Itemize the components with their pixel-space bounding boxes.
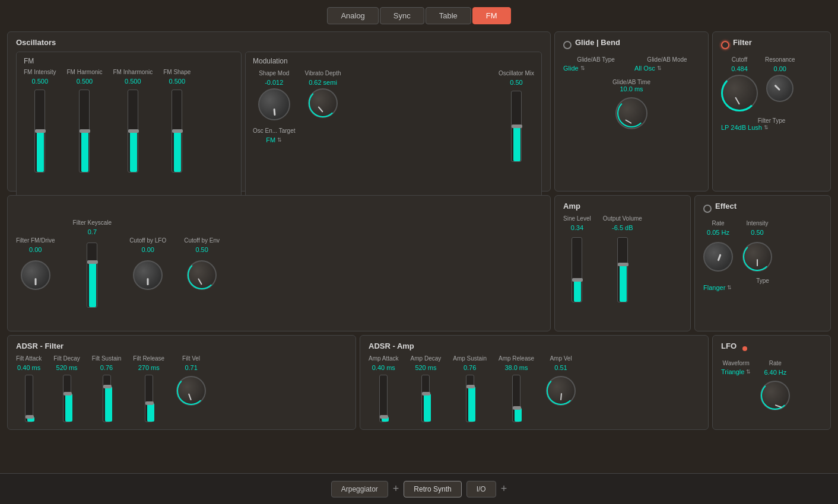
effect-type-value[interactable]: Flanger ⇅	[703, 284, 822, 291]
filt-attack-value: 0.40 ms	[17, 364, 40, 371]
arpeggiator-button[interactable]: Arpeggiator	[331, 481, 388, 497]
lfo-waveform-label: Waveform	[721, 360, 751, 366]
filter-type-value[interactable]: LP 24dB Lush ⇅	[721, 124, 822, 131]
effect-section: Effect Rate 0.05 Hz Intensity 0.50	[694, 195, 831, 331]
effect-power-icon[interactable]	[703, 205, 712, 213]
vibrato-depth-knob[interactable]	[308, 88, 338, 118]
output-volume-slider[interactable]	[617, 237, 628, 302]
amp-decay-slider[interactable]	[421, 375, 430, 422]
filt-attack-slider[interactable]	[25, 375, 33, 422]
adsr-filter-title: ADSR - Filter	[16, 342, 347, 350]
sine-level-value: 0.34	[571, 224, 583, 231]
glide-header: Glide | Bend	[563, 38, 700, 52]
filt-sustain-slider[interactable]	[103, 375, 111, 422]
glide-mode-value[interactable]: All Osc ⇅	[634, 65, 700, 72]
amp-attack-group: Amp Attack 0.40 ms	[369, 355, 399, 422]
amp-release-slider[interactable]	[512, 375, 520, 422]
filter-type-group: Filter Type LP 24dB Lush ⇅	[721, 117, 822, 131]
shape-mod-value: -0.012	[265, 79, 283, 86]
fm-sliders: FM Intensity 0.500 FM Harmonic 0.500	[24, 69, 234, 193]
glide-type-value[interactable]: Glide ⇅	[563, 65, 628, 72]
lfo-rate-knob[interactable]	[760, 381, 790, 410]
filter-fm-drive-label: Filter FM/Drive	[16, 237, 55, 244]
amp-sustain-slider[interactable]	[466, 375, 474, 422]
glide-grid: Glide/AB Type Glide ⇅ Glide/AB Mode All …	[563, 56, 700, 72]
filter-type-chevron: ⇅	[764, 125, 769, 130]
tab-table[interactable]: Table	[426, 7, 471, 24]
resonance-knob[interactable]	[766, 75, 793, 102]
add-plugin-button-1[interactable]: +	[393, 483, 399, 495]
lfo-waveform-value[interactable]: Triangle ⇅	[721, 368, 751, 375]
cutoff-knob[interactable]	[721, 75, 758, 111]
io-button[interactable]: I/O	[466, 481, 496, 497]
filt-decay-group: Filt Decay 520 ms	[53, 355, 80, 422]
sine-level-slider[interactable]	[572, 237, 582, 302]
osc-env-chevron: ⇅	[277, 137, 282, 143]
vibrato-depth-label: Vibrato Depth	[305, 70, 341, 76]
filt-decay-slider[interactable]	[63, 375, 71, 422]
oscillators-inner: FM FM Intensity 0.500 FM Harmonic	[16, 52, 542, 199]
glide-time-knob[interactable]	[615, 97, 647, 129]
adsr-amp-controls: Amp Attack 0.40 ms Amp Decay 520 ms	[369, 355, 700, 422]
amp-controls: Sine Level 0.34 Output Volume -6.5 dB	[563, 215, 682, 302]
cutoff-env-knob[interactable]	[187, 260, 217, 290]
filt-decay-label: Filt Decay	[53, 355, 80, 362]
add-plugin-button-2[interactable]: +	[501, 483, 507, 495]
cutoff-label: Cutoff	[732, 56, 748, 63]
filter-header: Filter	[721, 38, 822, 52]
effect-rate-group: Rate 0.05 Hz	[703, 220, 733, 272]
fm-intensity-label: FM Intensity	[24, 69, 56, 75]
effect-type-label: Type	[703, 277, 822, 284]
filter-power-icon[interactable]	[721, 41, 729, 49]
shape-mod-knob[interactable]	[258, 88, 290, 120]
filter-keyscale-slider[interactable]	[87, 243, 97, 308]
effect-rate-value: 0.05 Hz	[707, 229, 729, 236]
amp-vel-knob[interactable]	[546, 376, 576, 406]
effect-intensity-knob[interactable]	[742, 242, 772, 272]
fm-shape-slider[interactable]	[172, 90, 182, 173]
oscillators-section: Oscillators FM FM Intensity 0.500	[7, 31, 551, 192]
effect-rate-label: Rate	[712, 220, 724, 227]
amp-decay-value: 520 ms	[415, 364, 436, 371]
fm-inharmonic-slider[interactable]	[128, 90, 138, 173]
amp-vel-value: 0.51	[554, 364, 567, 371]
osc-env-value[interactable]: FM ⇅	[266, 136, 282, 143]
fm-harmonic-slider[interactable]	[79, 90, 90, 173]
glide-power-icon[interactable]	[563, 41, 572, 49]
filt-vel-knob[interactable]	[176, 376, 206, 406]
amp-vel-group: Amp Vel 0.51	[546, 355, 576, 406]
osc-mix-slider[interactable]	[511, 91, 522, 162]
glide-section: Glide | Bend Glide/AB Type Glide ⇅ Glide…	[554, 31, 709, 192]
effect-rate-knob[interactable]	[703, 242, 733, 272]
fm-harmonic-label: FM Harmonic	[66, 69, 102, 75]
lfo-section: LFO Waveform Triangle ⇅ Rate 6.40 Hz	[712, 335, 831, 430]
output-volume-group: Output Volume -6.5 dB	[603, 215, 642, 302]
glide-mode-chevron: ⇅	[657, 65, 662, 71]
fm-inharmonic-value: 0.500	[125, 78, 141, 85]
amp-title: Amp	[563, 202, 682, 210]
filter-keyscale-group: Filter Keyscale 0.7	[73, 219, 112, 308]
glide-mode-group: Glide/AB Mode All Osc ⇅	[634, 56, 700, 72]
cutoff-lfo-knob[interactable]	[133, 260, 163, 290]
tab-analog[interactable]: Analog	[327, 7, 378, 24]
cutoff-env-label: Cutoff by Env	[184, 237, 220, 244]
tab-fm[interactable]: FM	[472, 7, 511, 24]
effect-type-group: Type Flanger ⇅	[703, 277, 822, 291]
glide-title: Glide | Bend	[575, 38, 620, 47]
lfo-active-dot	[742, 346, 747, 351]
retro-synth-button[interactable]: Retro Synth	[404, 481, 461, 497]
amp-sustain-label: Amp Sustain	[453, 355, 487, 362]
filt-release-label: Filt Release	[133, 355, 164, 362]
filter-fm-drive-knob[interactable]	[21, 260, 50, 290]
glide-time-group: Glide/AB Time 10.0 ms	[563, 79, 700, 129]
bottom-bar: Arpeggiator + Retro Synth I/O +	[0, 473, 838, 504]
fm-shape-value: 0.500	[169, 78, 185, 85]
amp-attack-slider[interactable]	[379, 375, 388, 422]
filt-release-slider[interactable]	[145, 375, 153, 422]
filter-fm-drive-group: Filter FM/Drive 0.00	[16, 237, 55, 290]
filt-release-value: 270 ms	[138, 364, 160, 371]
amp-release-label: Amp Release	[499, 355, 534, 362]
output-volume-value: -6.5 dB	[612, 224, 633, 231]
tab-sync[interactable]: Sync	[380, 7, 424, 24]
fm-intensity-slider[interactable]	[34, 90, 45, 173]
